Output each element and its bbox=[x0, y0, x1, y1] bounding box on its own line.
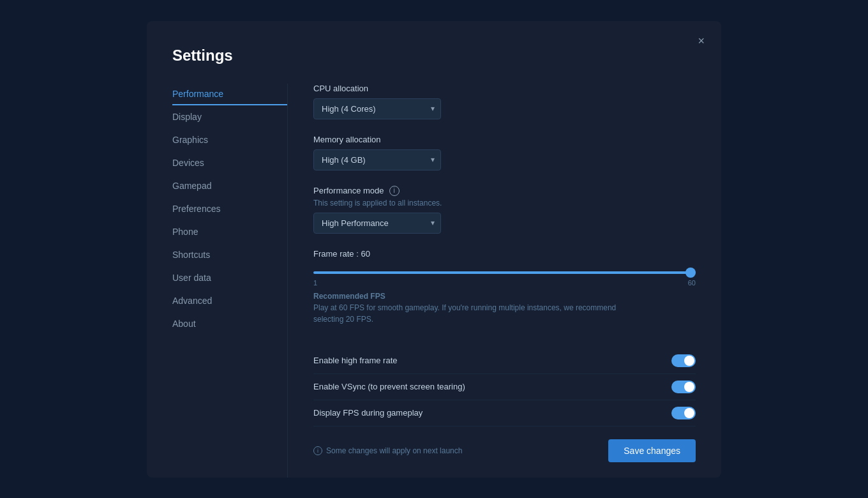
slider-min-label: 1 bbox=[313, 279, 317, 287]
perf-mode-hint: This setting is applied to all instances… bbox=[313, 199, 696, 207]
slider-max-label: 60 bbox=[688, 279, 696, 287]
perf-mode-select[interactable]: High PerformanceBalancedPower Saver bbox=[313, 213, 441, 234]
footer-info-icon: i bbox=[313, 446, 322, 455]
memory-allocation-label: Memory allocation bbox=[313, 135, 696, 144]
cpu-select[interactable]: High (4 Cores)Medium (2 Cores)Low (1 Cor… bbox=[313, 98, 441, 119]
toggle-knob-display-fps bbox=[684, 408, 694, 418]
recommended-fps-desc: Play at 60 FPS for smooth gameplay. If y… bbox=[313, 302, 696, 325]
cpu-allocation-section: CPU allocation High (4 Cores)Medium (2 C… bbox=[313, 84, 696, 119]
sidebar-item-advanced[interactable]: Advanced bbox=[172, 290, 287, 312]
main-content: CPU allocation High (4 Cores)Medium (2 C… bbox=[288, 84, 696, 478]
frame-rate-slider[interactable] bbox=[313, 271, 696, 274]
toggle-row-display-fps: Display FPS during gameplay bbox=[313, 400, 696, 426]
sidebar-item-user-data[interactable]: User data bbox=[172, 268, 287, 289]
footer-note: i Some changes will apply on next launch bbox=[313, 446, 462, 455]
toggle-label-high-frame-rate: Enable high frame rate bbox=[313, 356, 398, 365]
toggle-high-frame-rate[interactable] bbox=[671, 354, 696, 367]
sidebar-item-phone[interactable]: Phone bbox=[172, 222, 287, 243]
memory-select-wrapper: High (4 GB)Medium (2 GB)Low (1 GB) ▾ bbox=[313, 149, 441, 170]
sidebar-item-about[interactable]: About bbox=[172, 313, 287, 335]
save-changes-button[interactable]: Save changes bbox=[608, 439, 696, 462]
close-button[interactable]: × bbox=[692, 33, 710, 49]
toggle-row-vsync: Enable VSync (to prevent screen tearing) bbox=[313, 374, 696, 400]
settings-dialog: × Settings PerformanceDisplayGraphicsDev… bbox=[147, 21, 721, 478]
cpu-select-wrapper: High (4 Cores)Medium (2 Cores)Low (1 Cor… bbox=[313, 98, 441, 119]
toggle-label-vsync: Enable VSync (to prevent screen tearing) bbox=[313, 382, 465, 391]
toggle-display-fps[interactable] bbox=[671, 407, 696, 419]
sidebar-item-display[interactable]: Display bbox=[172, 107, 287, 128]
perf-mode-header: Performance mode i bbox=[313, 186, 696, 196]
frame-rate-label: Frame rate : 60 bbox=[313, 249, 696, 259]
sidebar-item-devices[interactable]: Devices bbox=[172, 153, 287, 174]
footer-note-text: Some changes will apply on next launch bbox=[326, 446, 462, 455]
dialog-title: Settings bbox=[172, 47, 696, 64]
memory-allocation-section: Memory allocation High (4 GB)Medium (2 G… bbox=[313, 135, 696, 170]
slider-labels: 1 60 bbox=[313, 279, 696, 287]
memory-select[interactable]: High (4 GB)Medium (2 GB)Low (1 GB) bbox=[313, 149, 441, 170]
dialog-body: PerformanceDisplayGraphicsDevicesGamepad… bbox=[172, 84, 696, 478]
sidebar: PerformanceDisplayGraphicsDevicesGamepad… bbox=[172, 84, 287, 478]
perf-mode-info-icon[interactable]: i bbox=[389, 186, 400, 196]
sidebar-item-preferences[interactable]: Preferences bbox=[172, 199, 287, 220]
perf-mode-select-wrapper: High PerformanceBalancedPower Saver ▾ bbox=[313, 213, 441, 234]
toggle-knob-high-frame-rate bbox=[684, 356, 694, 366]
toggle-vsync[interactable] bbox=[671, 381, 696, 393]
toggle-knob-vsync bbox=[684, 382, 694, 392]
perf-mode-section: Performance mode i This setting is appli… bbox=[313, 186, 696, 234]
sidebar-item-shortcuts[interactable]: Shortcuts bbox=[172, 245, 287, 266]
cpu-allocation-label: CPU allocation bbox=[313, 84, 696, 93]
dialog-footer: i Some changes will apply on next launch… bbox=[313, 426, 696, 478]
toggle-label-display-fps: Display FPS during gameplay bbox=[313, 408, 423, 418]
perf-mode-label: Performance mode bbox=[313, 186, 384, 195]
recommended-fps-title: Recommended FPS bbox=[313, 292, 696, 301]
sidebar-item-graphics[interactable]: Graphics bbox=[172, 130, 287, 151]
sidebar-item-performance[interactable]: Performance bbox=[172, 84, 287, 105]
recommended-fps: Recommended FPS Play at 60 FPS for smoot… bbox=[313, 292, 696, 325]
frame-rate-section: Frame rate : 60 1 60 Recommended FPS Pla… bbox=[313, 249, 696, 335]
sidebar-item-gamepad[interactable]: Gamepad bbox=[172, 176, 287, 197]
toggles-section: Enable high frame rateEnable VSync (to p… bbox=[313, 348, 696, 426]
toggle-row-high-frame-rate: Enable high frame rate bbox=[313, 348, 696, 374]
